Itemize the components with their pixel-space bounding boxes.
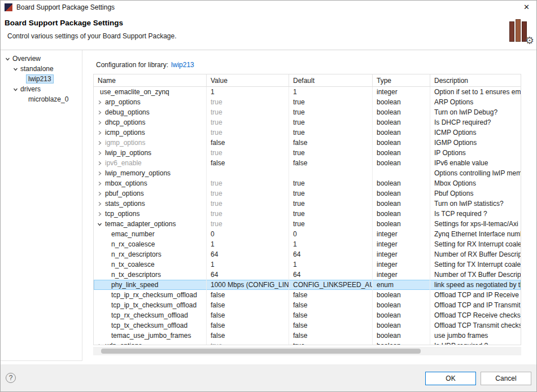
chevron-right-icon[interactable] bbox=[97, 191, 103, 196]
default-cell: true bbox=[289, 178, 373, 188]
tree-item-drivers[interactable]: drivers bbox=[0, 84, 82, 94]
type-cell: boolean bbox=[373, 219, 430, 229]
name-cell: use_emaclite_on_zynq bbox=[94, 87, 207, 97]
table-row[interactable]: ipv6_enablefalsefalsebooleanIPv6 enable … bbox=[94, 158, 521, 168]
table-row[interactable]: icmp_optionstruetruebooleanICMP Options bbox=[94, 127, 521, 138]
chevron-right-icon[interactable] bbox=[97, 212, 103, 217]
type-cell: boolean bbox=[373, 158, 430, 168]
config-library-link[interactable]: lwip213 bbox=[171, 61, 194, 69]
type-cell: boolean bbox=[373, 127, 430, 138]
tree-item-label: Overview bbox=[11, 55, 42, 63]
description-cell: Offload TCP Receive checksu bbox=[430, 310, 521, 320]
value-cell: 1 bbox=[207, 239, 289, 249]
table-row[interactable]: tcp_rx_checksum_offloadfalsefalseboolean… bbox=[94, 310, 521, 320]
tree-item-microblaze_0[interactable]: microblaze_0 bbox=[0, 94, 82, 104]
table-row[interactable]: igmp_optionsfalsefalsebooleanIGMP Option… bbox=[94, 138, 521, 148]
book-icon bbox=[509, 21, 514, 42]
setting-name-label: tcp_ip_tx_checksum_offload bbox=[111, 301, 197, 309]
type-cell bbox=[373, 168, 430, 178]
value-cell: false bbox=[207, 320, 289, 331]
chevron-right-icon[interactable] bbox=[97, 343, 103, 346]
window-title: Board Support Package Settings bbox=[16, 3, 115, 11]
tree-item-label: standalone bbox=[19, 65, 55, 73]
chevron-right-icon[interactable] bbox=[97, 130, 103, 135]
default-cell: false bbox=[289, 138, 373, 148]
table-row[interactable]: phy_link_speed1000 Mbps (CONFIG_LIN...CO… bbox=[94, 280, 521, 290]
type-cell: boolean bbox=[373, 117, 430, 127]
chevron-down-icon[interactable] bbox=[5, 56, 11, 61]
chevron-right-icon[interactable] bbox=[97, 100, 103, 105]
name-cell: lwip_memory_options bbox=[94, 168, 207, 178]
chevron-right-icon[interactable] bbox=[97, 161, 103, 166]
tree-item-standalone[interactable]: standalone bbox=[0, 64, 82, 74]
default-cell: false bbox=[289, 331, 373, 341]
horizontal-scrollbar[interactable] bbox=[93, 347, 521, 355]
table-row[interactable]: tcp_ip_tx_checksum_offloadfalsefalsebool… bbox=[94, 300, 521, 310]
chevron-down-icon[interactable] bbox=[12, 87, 19, 92]
table-row[interactable]: mbox_optionstruetruebooleanMbox Options bbox=[94, 178, 521, 188]
horizontal-scrollbar-thumb[interactable] bbox=[101, 349, 421, 354]
tree-item-lwip213[interactable]: lwip213 bbox=[0, 74, 82, 84]
table-row[interactable]: lwip_memory_optionsOptions controlling l… bbox=[94, 168, 521, 178]
value-cell: true bbox=[207, 199, 289, 209]
help-button[interactable]: ? bbox=[6, 373, 16, 383]
column-header-name[interactable]: Name bbox=[94, 74, 207, 86]
table-row[interactable]: emac_number00integerZynq Ethernet Interf… bbox=[94, 229, 521, 239]
table-row[interactable]: pbuf_optionstruetruebooleanPbuf Options bbox=[94, 188, 521, 199]
table-row[interactable]: tcp_ip_rx_checksum_offloadfalsefalsebool… bbox=[94, 290, 521, 300]
default-cell: 1 bbox=[289, 239, 373, 249]
table-row[interactable]: arp_optionstruetruebooleanARP Options bbox=[94, 97, 521, 107]
chevron-right-icon[interactable] bbox=[97, 171, 103, 176]
tree-item-Overview[interactable]: Overview bbox=[0, 54, 82, 64]
table-row[interactable]: stats_optionstruetruebooleanTurn on lwIP… bbox=[94, 199, 521, 209]
chevron-down-icon[interactable] bbox=[97, 222, 103, 227]
type-cell: boolean bbox=[373, 138, 430, 148]
chevron-right-icon[interactable] bbox=[97, 140, 103, 146]
description-cell: Setting for TX Interrupt coale bbox=[430, 259, 521, 270]
table-row[interactable]: dhcp_optionstruetruebooleanIs DHCP requi… bbox=[94, 117, 521, 127]
description-cell: Turn on lwIP Debug? bbox=[430, 107, 521, 117]
column-header-value[interactable]: Value bbox=[207, 74, 289, 86]
value-cell: 1 bbox=[207, 87, 289, 97]
table-row[interactable]: udp_optionstruetruebooleanIs UDP require… bbox=[94, 341, 521, 345]
type-cell: boolean bbox=[373, 107, 430, 117]
column-header-type[interactable]: Type bbox=[373, 74, 430, 86]
chevron-right-icon[interactable] bbox=[97, 120, 103, 125]
value-cell: 64 bbox=[207, 249, 289, 259]
value-cell: false bbox=[207, 331, 289, 341]
type-cell: enum bbox=[373, 280, 430, 290]
name-cell: tcp_rx_checksum_offload bbox=[94, 310, 207, 320]
column-header-description[interactable]: Description bbox=[430, 74, 521, 86]
table-row[interactable]: n_rx_descriptors6464integerNumber of RX … bbox=[94, 249, 521, 259]
table-row[interactable]: lwip_ip_optionstruetruebooleanIP Options bbox=[94, 148, 521, 158]
cancel-button[interactable]: Cancel bbox=[481, 372, 531, 385]
ok-button[interactable]: OK bbox=[425, 372, 476, 385]
chevron-right-icon[interactable] bbox=[97, 201, 103, 206]
table-body: use_emaclite_on_zynq11integerOption if s… bbox=[94, 87, 521, 345]
setting-name-label: n_rx_descriptors bbox=[111, 250, 161, 258]
column-header-default[interactable]: Default bbox=[289, 74, 373, 86]
table-row[interactable]: debug_optionstruetruebooleanTurn on lwIP… bbox=[94, 107, 521, 117]
default-cell: false bbox=[289, 158, 373, 168]
setting-name-label: igmp_options bbox=[105, 139, 145, 147]
table-row[interactable]: n_rx_coalesce11integerSetting for RX Int… bbox=[94, 239, 521, 249]
tree-item-label: drivers bbox=[19, 85, 42, 93]
chevron-right-icon[interactable] bbox=[97, 151, 103, 156]
close-icon[interactable]: ✕ bbox=[523, 3, 530, 11]
chevron-down-icon[interactable] bbox=[12, 67, 19, 72]
table-row[interactable]: temac_use_jumbo_framesfalsefalsebooleanu… bbox=[94, 331, 521, 341]
chevron-right-icon[interactable] bbox=[97, 181, 103, 186]
bsp-library-icon: ⚙ bbox=[507, 17, 534, 46]
chevron-right-icon[interactable] bbox=[97, 110, 103, 115]
name-cell: igmp_options bbox=[94, 138, 207, 148]
default-cell: false bbox=[289, 320, 373, 331]
table-row[interactable]: temac_adapter_optionstruetruebooleanSett… bbox=[94, 219, 521, 229]
table-row[interactable]: use_emaclite_on_zynq11integerOption if s… bbox=[94, 87, 521, 97]
table-row[interactable]: n_tx_descriptors6464integerNumber of TX … bbox=[94, 270, 521, 280]
table-row[interactable]: tcp_tx_checksum_offloadfalsefalseboolean… bbox=[94, 320, 521, 331]
table-row[interactable]: n_tx_coalesce11integerSetting for TX Int… bbox=[94, 259, 521, 270]
table-row[interactable]: tcp_optionstruetruebooleanIs TCP require… bbox=[94, 209, 521, 219]
setting-name-label: arp_options bbox=[105, 98, 141, 106]
name-cell: icmp_options bbox=[94, 127, 207, 138]
description-cell: IP Options bbox=[430, 148, 521, 158]
